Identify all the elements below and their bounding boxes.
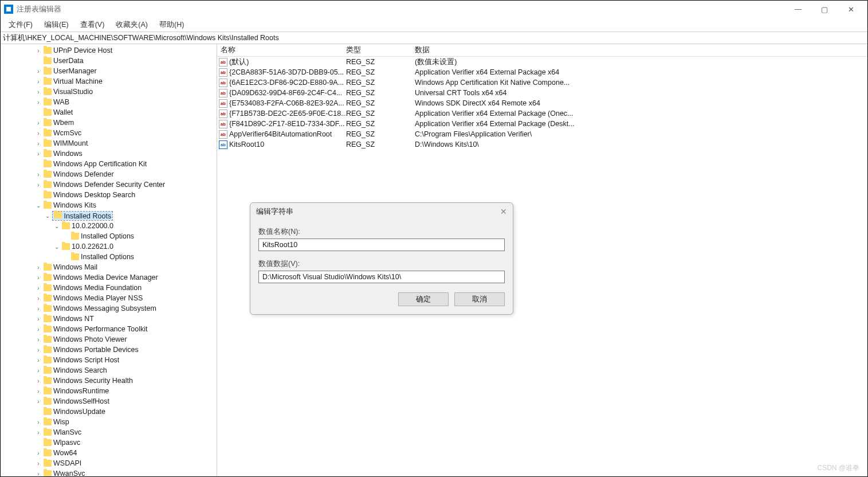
tree-node[interactable]: ›Windows NT xyxy=(35,314,217,324)
tree-node[interactable]: ›WwanSvc xyxy=(35,468,217,476)
chevron-icon[interactable]: › xyxy=(35,130,42,136)
registry-value-row[interactable]: ab(默认)REG_SZ(数值未设置) xyxy=(217,57,867,67)
chevron-icon[interactable]: › xyxy=(35,140,42,147)
tree-node[interactable]: ›Windows Portable Devices xyxy=(35,345,217,355)
tree-node[interactable]: UserData xyxy=(35,56,217,66)
ok-button[interactable]: 确定 xyxy=(398,292,449,306)
tree-node[interactable]: Installed Options xyxy=(35,252,217,262)
tree-node[interactable]: ›VisualStudio xyxy=(35,87,217,97)
chevron-icon[interactable]: › xyxy=(35,182,42,188)
tree-node[interactable]: ›Wbem xyxy=(35,118,217,128)
registry-value-row[interactable]: ab{DA09D632-99D4-8F69-2C4F-C4...REG_SZUn… xyxy=(217,88,867,98)
tree-node[interactable]: ⌄ Installed Roots xyxy=(35,210,217,221)
chevron-icon[interactable]: › xyxy=(35,89,42,95)
tree-node[interactable]: ›Wow64 xyxy=(35,448,217,458)
col-header-type[interactable]: 类型 xyxy=(346,45,415,55)
chevron-icon[interactable]: › xyxy=(35,275,42,281)
tree-node[interactable]: ›Windows Media Device Manager xyxy=(35,272,217,283)
chevron-icon[interactable]: ⌄ xyxy=(44,213,51,219)
tree-node[interactable]: Wallet xyxy=(35,107,217,118)
tree-node[interactable]: ›WIMMount xyxy=(35,138,217,148)
col-header-name[interactable]: 名称 xyxy=(217,45,346,55)
chevron-icon[interactable]: ⌄ xyxy=(35,202,42,209)
tree-node[interactable]: ›WlanSvc xyxy=(35,427,217,437)
menu-file[interactable]: 文件(F) xyxy=(4,18,37,32)
tree-node[interactable]: ›Windows Defender xyxy=(35,169,217,179)
tree-node[interactable]: ⌄Windows Kits xyxy=(35,200,217,210)
tree-node[interactable]: ⌄10.0.22000.0 xyxy=(35,221,217,231)
tree-node[interactable]: ⌄10.0.22621.0 xyxy=(35,241,217,252)
menu-view[interactable]: 查看(V) xyxy=(76,18,109,32)
tree-node[interactable]: ›Windows Messaging Subsystem xyxy=(35,303,217,314)
chevron-icon[interactable]: ⌄ xyxy=(53,223,60,229)
chevron-icon[interactable]: › xyxy=(35,151,42,157)
registry-value-row[interactable]: ab{2CBA883F-51A6-3D7D-DBB9-05...REG_SZAp… xyxy=(217,67,867,77)
tree-node[interactable]: ›Windows Media Foundation xyxy=(35,283,217,293)
chevron-icon[interactable]: › xyxy=(35,306,42,312)
minimize-button[interactable]: — xyxy=(785,1,811,18)
chevron-icon[interactable]: › xyxy=(35,295,42,302)
tree-node[interactable]: Installed Options xyxy=(35,231,217,241)
chevron-icon[interactable]: › xyxy=(35,388,42,394)
menu-edit[interactable]: 编辑(E) xyxy=(40,18,73,32)
chevron-icon[interactable]: › xyxy=(35,429,42,436)
dialog-titlebar[interactable]: 编辑字符串 ✕ xyxy=(250,203,513,220)
tree-pane[interactable]: ›UPnP Device HostUserData›UserManager›Vi… xyxy=(1,44,217,476)
tree-node[interactable]: ›UserManager xyxy=(35,66,217,76)
tree-node[interactable]: ›Windows xyxy=(35,148,217,159)
registry-value-row[interactable]: ab{F71B573B-DE2C-2E65-9F0E-C18...REG_SZA… xyxy=(217,108,867,119)
menu-help[interactable]: 帮助(H) xyxy=(155,18,188,32)
chevron-icon[interactable]: › xyxy=(35,347,42,353)
chevron-icon[interactable]: › xyxy=(35,326,42,333)
chevron-icon[interactable]: › xyxy=(35,398,42,405)
tree-node[interactable]: WindowsUpdate xyxy=(35,406,217,417)
chevron-icon[interactable]: ⌄ xyxy=(53,244,60,250)
chevron-icon[interactable]: › xyxy=(35,471,42,477)
tree-node[interactable]: ›WindowsRuntime xyxy=(35,386,217,396)
registry-value-row[interactable]: ab{F841D89C-2F17-8E1D-7334-3DF...REG_SZA… xyxy=(217,119,867,129)
chevron-icon[interactable]: › xyxy=(35,316,42,322)
tree-node[interactable]: ›WSDAPI xyxy=(35,458,217,468)
chevron-icon[interactable]: › xyxy=(35,419,42,425)
chevron-icon[interactable]: › xyxy=(35,264,42,271)
close-button[interactable]: ✕ xyxy=(838,1,864,18)
chevron-icon[interactable]: › xyxy=(35,120,42,126)
tree-node[interactable]: ›WcmSvc xyxy=(35,128,217,138)
chevron-icon[interactable]: › xyxy=(35,450,42,456)
chevron-icon[interactable]: › xyxy=(35,337,42,343)
tree-node[interactable]: ›Windows Performance Toolkit xyxy=(35,324,217,334)
dialog-close-icon[interactable]: ✕ xyxy=(500,207,507,216)
registry-value-row[interactable]: abKitsRoot10REG_SZD:\Windows Kits\10\ xyxy=(217,139,867,150)
tree-node[interactable]: ›WindowsSelfHost xyxy=(35,396,217,406)
value-name-input[interactable] xyxy=(258,238,505,251)
registry-value-row[interactable]: ab{E7534083-F2FA-C06B-82E3-92A...REG_SZW… xyxy=(217,98,867,108)
maximize-button[interactable]: ▢ xyxy=(811,1,838,18)
chevron-icon[interactable]: › xyxy=(35,378,42,384)
cancel-button[interactable]: 取消 xyxy=(454,292,505,306)
tree-node[interactable]: ›WAB xyxy=(35,97,217,107)
chevron-icon[interactable]: › xyxy=(35,367,42,374)
tree-node[interactable]: ›Windows Photo Viewer xyxy=(35,334,217,345)
tree-node[interactable]: ›Windows Media Player NSS xyxy=(35,293,217,303)
chevron-icon[interactable]: › xyxy=(35,460,42,467)
tree-node[interactable]: ›UPnP Device Host xyxy=(35,45,217,56)
tree-node[interactable]: ›Virtual Machine xyxy=(35,76,217,87)
registry-value-row[interactable]: ab{6AE1E2C3-DF86-9C2D-E880-9A...REG_SZWi… xyxy=(217,77,867,88)
tree-node[interactable]: Windows App Certification Kit xyxy=(35,159,217,169)
chevron-icon[interactable]: › xyxy=(35,48,42,54)
chevron-icon[interactable]: › xyxy=(35,285,42,291)
tree-node[interactable]: ›Wisp xyxy=(35,417,217,427)
registry-value-row[interactable]: abAppVerifier64BitAutomationRootREG_SZC:… xyxy=(217,129,867,139)
address-bar[interactable]: 计算机\HKEY_LOCAL_MACHINE\SOFTWARE\Microsof… xyxy=(1,32,867,44)
tree-node[interactable]: ›Windows Script Host xyxy=(35,355,217,365)
chevron-icon[interactable]: › xyxy=(35,357,42,363)
tree-node[interactable]: ›Windows Search xyxy=(35,365,217,376)
value-data-input[interactable] xyxy=(258,271,505,283)
chevron-icon[interactable]: › xyxy=(35,171,42,178)
tree-node[interactable]: ›Windows Defender Security Center xyxy=(35,179,217,190)
tree-node[interactable]: ›Windows Security Health xyxy=(35,376,217,386)
col-header-data[interactable]: 数据 xyxy=(415,45,867,55)
chevron-icon[interactable]: › xyxy=(35,68,42,75)
tree-node[interactable]: Wlpasvc xyxy=(35,437,217,448)
tree-node[interactable]: Windows Desktop Search xyxy=(35,190,217,200)
